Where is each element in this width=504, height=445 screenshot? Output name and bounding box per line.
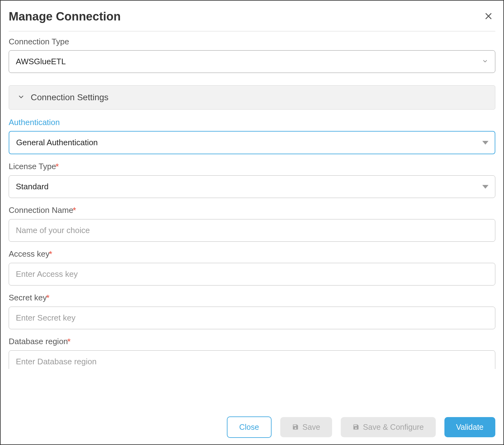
manage-connection-modal: Manage Connection Connection Type AWSGlu… <box>1 1 503 410</box>
authentication-label: Authentication <box>9 118 495 127</box>
scrollbar[interactable] <box>499 35 502 409</box>
connection-type-label: Connection Type <box>9 37 495 47</box>
required-marker: * <box>46 293 50 303</box>
validate-button[interactable]: Validate <box>444 417 496 437</box>
secret-key-group: Secret key* <box>9 293 495 329</box>
save-icon <box>353 424 359 430</box>
modal-header: Manage Connection <box>9 10 495 31</box>
connection-type-select[interactable]: AWSGlueETL <box>9 50 495 73</box>
authentication-group: Authentication General Authentication <box>9 118 495 154</box>
connection-type-group: Connection Type AWSGlueETL <box>9 37 495 73</box>
close-icon[interactable] <box>482 11 495 22</box>
secret-key-input[interactable] <box>9 307 495 329</box>
close-button[interactable]: Close <box>227 416 272 438</box>
database-region-input[interactable] <box>9 350 495 369</box>
connection-name-label: Connection Name* <box>9 205 495 215</box>
modal-footer: Close Save Save & Configure Validate <box>1 410 503 444</box>
required-marker: * <box>73 205 76 215</box>
license-type-select[interactable]: Standard <box>9 175 495 198</box>
access-key-label: Access key* <box>9 249 495 259</box>
connection-name-group: Connection Name* <box>9 205 495 242</box>
connection-type-value: AWSGlueETL <box>16 57 66 66</box>
authentication-select[interactable]: General Authentication <box>9 131 495 154</box>
save-icon <box>292 424 299 430</box>
authentication-value: General Authentication <box>16 138 98 147</box>
database-region-label: Database region* <box>9 337 495 347</box>
database-region-group: Database region* <box>9 337 495 369</box>
license-type-label: License Type* <box>9 162 495 172</box>
license-type-value: Standard <box>16 182 49 191</box>
connection-settings-title: Connection Settings <box>31 92 109 102</box>
access-key-input[interactable] <box>9 263 495 285</box>
required-marker: * <box>49 249 52 259</box>
chevron-down-icon <box>17 93 25 102</box>
connection-name-input[interactable] <box>9 219 495 242</box>
save-configure-button[interactable]: Save & Configure <box>341 417 436 437</box>
save-button[interactable]: Save <box>280 417 332 437</box>
connection-settings-header[interactable]: Connection Settings <box>9 85 495 110</box>
modal-title: Manage Connection <box>9 10 121 23</box>
secret-key-label: Secret key* <box>9 293 495 303</box>
required-marker: * <box>56 162 59 171</box>
access-key-group: Access key* <box>9 249 495 285</box>
license-type-group: License Type* Standard <box>9 162 495 198</box>
required-marker: * <box>67 337 71 346</box>
